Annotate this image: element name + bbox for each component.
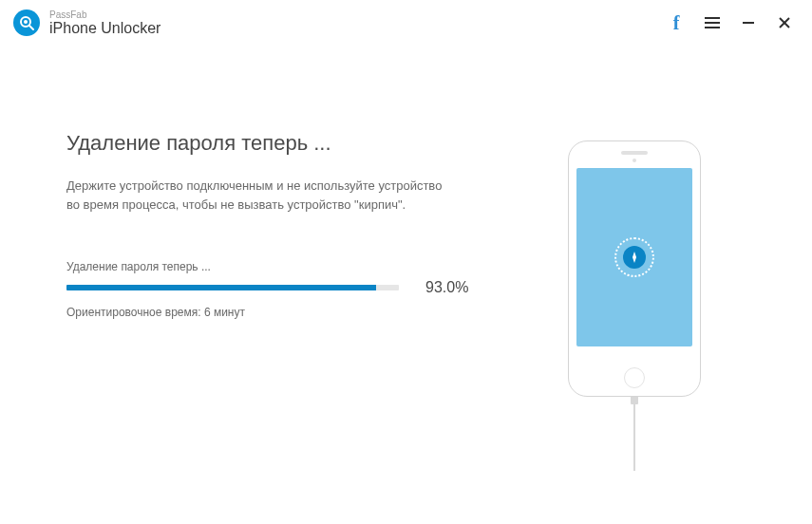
menu-button[interactable] [704,14,721,31]
progress-label: Удаление пароля теперь ... [66,260,468,273]
home-button-icon [624,367,645,388]
phone-camera-icon [633,159,636,162]
progress-percentage: 93.0% [425,279,468,296]
close-icon [778,16,791,29]
close-button[interactable] [776,14,793,31]
progress-panel: Удаление пароля теперь ... Держите устро… [66,131,468,319]
hamburger-icon [705,17,720,28]
svg-point-2 [24,20,28,24]
svg-line-1 [29,26,33,29]
minimize-button[interactable] [740,14,757,31]
title-texts: PassFab iPhone Unlocker [49,9,161,37]
compass-icon [614,237,654,277]
facebook-icon[interactable]: f [668,14,685,31]
app-logo-icon [13,9,40,36]
device-illustration [506,131,763,471]
phone-icon [568,140,701,397]
progress-bar [66,285,399,290]
phone-screen [576,168,692,346]
phone-speaker-icon [621,151,648,155]
title-left: PassFab iPhone Unlocker [13,9,161,37]
page-heading: Удаление пароля теперь ... [66,131,468,156]
eta-text: Ориентировочное время: 6 минут [66,306,468,319]
brand-label: PassFab [49,9,161,20]
content-area: Удаление пароля теперь ... Держите устро… [0,46,812,471]
progress-fill [66,285,376,290]
app-name-label: iPhone Unlocker [49,20,161,37]
title-bar: PassFab iPhone Unlocker f [0,0,812,46]
progress-row: 93.0% [66,279,468,296]
minimize-icon [742,16,755,29]
svg-marker-6 [633,252,636,263]
window-controls: f [668,14,793,31]
cable-icon [633,402,635,471]
page-description: Держите устройство подключенным и не исп… [66,177,446,215]
